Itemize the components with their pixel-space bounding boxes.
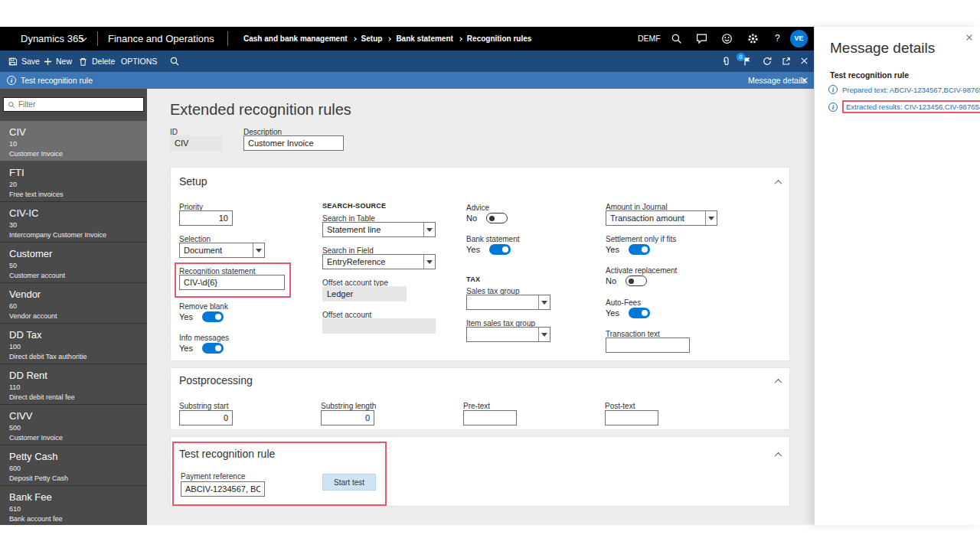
toggle-on-switch[interactable] [202, 343, 224, 354]
smiley-feedback-icon[interactable] [721, 33, 733, 44]
close-page-icon[interactable] [799, 56, 811, 67]
description-input[interactable] [243, 135, 344, 151]
toggle-off-switch[interactable] [626, 276, 647, 286]
product-name[interactable]: Finance and Operations [108, 27, 214, 51]
rule-description: Intercompany Customer Invoice [9, 231, 142, 239]
list-item-civ-ic[interactable]: CIV-IC 30 Intercompany Customer Invoice [0, 202, 147, 243]
rule-number: 500 [9, 424, 142, 432]
collapse-postprocessing-button[interactable] [773, 376, 783, 386]
settlement-toggle[interactable]: Yes [606, 244, 650, 255]
attachments-paperclip-icon[interactable] [720, 56, 732, 67]
toggle-on-switch[interactable] [629, 308, 650, 318]
breadcrumb-bank-statement[interactable]: Bank statement [396, 34, 452, 43]
search-icon[interactable] [671, 33, 682, 44]
test-section-title[interactable]: Test recognition rule [179, 448, 275, 460]
activate-replacement-toggle[interactable]: No [606, 276, 647, 286]
advice-label: Advice [466, 204, 489, 212]
start-test-button[interactable]: Start test [322, 474, 376, 491]
info-messages-toggle[interactable]: Yes [179, 343, 224, 354]
transaction-text-input[interactable] [606, 337, 690, 353]
setup-section-title[interactable]: Setup [179, 175, 207, 187]
breadcrumb-recognition-rules[interactable]: Recognition rules [467, 34, 531, 43]
postprocessing-section: Postprocessing Substring start Substring… [170, 367, 790, 430]
search-in-form-icon[interactable] [169, 56, 181, 67]
search-in-table-dropdown[interactable]: Statement line [322, 222, 436, 237]
chevron-down-icon[interactable] [538, 295, 550, 309]
settings-gear-icon[interactable] [747, 33, 759, 44]
filter-box[interactable] [3, 97, 144, 112]
post-text-input[interactable] [605, 410, 658, 425]
filter-input[interactable] [18, 100, 139, 109]
prepared-text-link[interactable]: Prepared text: ABCIV-1234567,BCIV-987654… [842, 86, 980, 94]
payment-reference-input[interactable] [181, 481, 265, 497]
new-button[interactable]: New [44, 51, 72, 72]
amount-in-journal-dropdown[interactable]: Transaction amount [606, 210, 717, 226]
message-details-flyout: Message details Test recognition rule Pr… [814, 27, 980, 525]
feedback-chat-icon[interactable] [696, 33, 707, 44]
list-item-civv[interactable]: CIVV 500 Customer Invoice [0, 405, 147, 445]
list-item-dd-rent[interactable]: DD Rent 110 Direct debit rental fee [0, 364, 147, 405]
selection-dropdown[interactable]: Document [179, 243, 265, 258]
postprocessing-section-title[interactable]: Postprocessing [179, 374, 253, 386]
collapse-setup-button[interactable] [773, 177, 783, 187]
open-in-new-window-icon[interactable] [781, 56, 792, 67]
auto-fees-toggle[interactable]: Yes [606, 308, 650, 318]
help-icon[interactable]: ? [775, 27, 780, 51]
advice-toggle[interactable]: No [466, 213, 508, 223]
breadcrumb-setup[interactable]: Setup [361, 34, 383, 43]
rule-name: CIV [9, 126, 142, 138]
rule-number: 20 [9, 181, 142, 188]
list-item-customer[interactable]: Customer 50 Customer account [0, 243, 147, 283]
list-item-bank-fee[interactable]: Bank Fee 610 Bank account fee [0, 486, 147, 525]
item-sales-tax-group-dropdown[interactable] [466, 327, 550, 342]
collapse-test-section-button[interactable] [773, 449, 783, 460]
chevron-right-icon [458, 37, 462, 41]
toggle-on-switch[interactable] [202, 311, 224, 322]
pre-text-input[interactable] [463, 410, 517, 425]
company-selector[interactable]: DEMF [638, 27, 661, 51]
chevron-up-icon [774, 452, 782, 459]
avatar[interactable]: VE [790, 30, 808, 47]
list-item-petty-cash[interactable]: Petty Cash 600 Deposit Petty Cash [0, 445, 147, 486]
selection-value: Document [184, 246, 222, 255]
toggle-on-switch[interactable] [629, 244, 650, 255]
chevron-down-icon[interactable] [705, 211, 717, 225]
info-icon [828, 85, 838, 94]
extracted-results-link[interactable]: Extracted results: CIV-123456,CIV-987654 [842, 100, 980, 113]
toggle-on-switch[interactable] [489, 244, 511, 255]
chevron-down-icon[interactable] [423, 223, 435, 236]
list-item-dd-tax[interactable]: DD Tax 100 Direct debit Tax authoritie [0, 324, 147, 364]
bank-statement-toggle[interactable]: Yes [466, 244, 511, 255]
rule-name: Bank Fee [9, 491, 142, 503]
list-item-civ[interactable]: CIV 10 Customer Invoice [0, 121, 147, 161]
dynamics-365-logo[interactable]: Dynamics 365 [21, 27, 83, 51]
toggle-off-switch[interactable] [486, 213, 508, 223]
rule-description: Customer Invoice [9, 434, 142, 442]
refresh-icon[interactable] [762, 56, 773, 67]
options-menu-button[interactable]: OPTIONS [121, 51, 157, 72]
sales-tax-group-dropdown[interactable] [466, 295, 550, 310]
chevron-down-icon[interactable] [423, 255, 435, 269]
rule-description: Direct debit rental fee [9, 393, 142, 401]
breadcrumb-module[interactable]: Cash and bank management [243, 34, 348, 43]
rule-number: 30 [9, 221, 142, 229]
action-pane: Save New Delete OPTIONS 0 [0, 51, 814, 72]
recognition-statement-input[interactable] [179, 275, 285, 290]
message-details-link[interactable]: Message details [748, 72, 806, 89]
priority-input[interactable] [179, 210, 233, 226]
notifications-flag-icon[interactable]: 0 [742, 56, 753, 67]
dismiss-message-icon[interactable] [800, 76, 812, 87]
rule-name: Vendor [9, 289, 142, 300]
close-panel-icon[interactable] [965, 33, 976, 44]
save-button[interactable]: Save [8, 51, 40, 72]
substring-length-input[interactable] [321, 410, 374, 425]
delete-button[interactable]: Delete [78, 51, 115, 72]
list-item-vendor[interactable]: Vendor 60 Vendor account [0, 283, 147, 324]
chevron-down-icon[interactable] [538, 328, 550, 341]
chevron-down-icon[interactable] [253, 243, 264, 257]
search-in-field-dropdown[interactable]: EntryReference [322, 254, 436, 269]
substring-start-input[interactable] [179, 410, 233, 425]
remove-blank-toggle[interactable]: Yes [179, 311, 224, 322]
list-item-fti[interactable]: FTI 20 Free text invoices [0, 161, 147, 202]
chevron-right-icon [387, 37, 392, 41]
